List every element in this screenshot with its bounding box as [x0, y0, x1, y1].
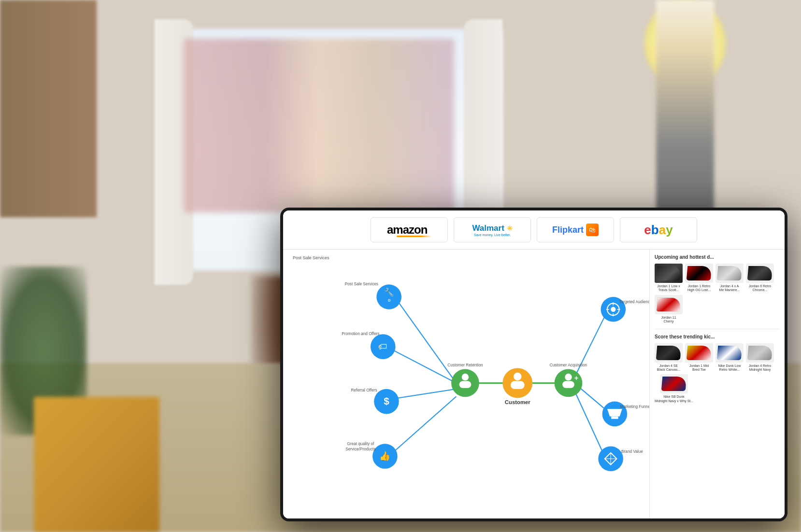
product-item-8[interactable]: Nike Dunk LowRetro White...	[715, 343, 744, 372]
product-label-6: Jordan 4 SEBlack Canvas...	[657, 364, 681, 372]
svg-text:Customer Acquisition: Customer Acquisition	[550, 363, 587, 367]
product-item-10[interactable]: Nike SB DunkMidnight Navy x Why St...	[655, 374, 693, 403]
product-image-3	[715, 264, 744, 283]
product-image-7	[685, 343, 713, 363]
product-label-8: Nike Dunk LowRetro White...	[718, 364, 741, 372]
flipkart-logo-box[interactable]: Flipkart 🛍	[537, 217, 614, 242]
ebay-logo-box[interactable]: ebay	[620, 217, 697, 242]
product-label-3: Jordan 4 x AMe Maniere...	[719, 284, 740, 293]
svg-text:🔧: 🔧	[384, 287, 394, 297]
svg-point-19	[462, 374, 469, 380]
room-lamp	[656, 0, 714, 241]
product-item-7[interactable]: Jordan 1 MidBred Toe	[685, 343, 713, 372]
flipkart-icon: 🛍	[586, 224, 599, 236]
product-image-6	[655, 343, 683, 363]
ebay-logo-text: ebay	[644, 223, 672, 238]
svg-line-8	[575, 392, 606, 459]
amazon-logo-text: amazon	[387, 223, 427, 237]
svg-text:Targeted Audience: Targeted Audience	[619, 300, 649, 304]
main-content: Post Sale Services	[283, 250, 785, 518]
amazon-arrow	[397, 236, 431, 237]
svg-line-3	[391, 396, 456, 454]
section-divider	[655, 329, 780, 329]
monitor-screen: amazon Walmart ✳ Save money. Live better…	[283, 210, 785, 518]
product-image-5	[655, 295, 683, 314]
monitor-frame: amazon Walmart ✳ Save money. Live better…	[280, 208, 787, 521]
room-boxes	[34, 397, 159, 532]
svg-text:Customer: Customer	[505, 399, 530, 405]
diagram-section: Post Sale Services	[283, 250, 649, 518]
score-products-grid: Jordan 4 SEBlack Canvas... Jordan 1 MidB…	[655, 343, 780, 404]
product-image-8	[715, 343, 744, 363]
room-clothing-rack	[184, 39, 454, 212]
svg-text:👍: 👍	[379, 450, 391, 462]
svg-text:+: +	[574, 374, 578, 382]
svg-text:Service/Products: Service/Products	[345, 447, 375, 451]
svg-text:Promotion and Offers: Promotion and Offers	[342, 332, 379, 336]
svg-point-23	[514, 373, 522, 381]
product-image-10	[660, 374, 688, 393]
product-label-9: Jordan 4 RetroMidnight Navy	[749, 364, 771, 372]
product-item-2[interactable]: Jordan 1 RetroHigh OG Lost...	[685, 264, 713, 293]
product-item-6[interactable]: Jordan 4 SEBlack Canvas...	[655, 343, 683, 372]
svg-point-26	[565, 374, 572, 380]
svg-line-0	[397, 299, 457, 383]
svg-text:Customer Retention: Customer Retention	[447, 363, 483, 367]
product-label-2: Jordan 1 RetroHigh OG Lost...	[687, 284, 711, 293]
svg-point-31	[611, 307, 615, 312]
amazon-logo-box[interactable]: amazon	[371, 217, 448, 242]
trending-title: Upcoming and hottest d...	[655, 254, 780, 260]
svg-text:Brand Value: Brand Value	[621, 449, 643, 454]
product-label-4: Jordan 6 RetroChrome...	[749, 284, 771, 293]
svg-text:🏷: 🏷	[378, 341, 387, 351]
svg-text:Great quality of: Great quality of	[347, 442, 374, 446]
product-item-3[interactable]: Jordan 4 x AMe Maniere...	[715, 264, 744, 293]
product-item-9[interactable]: Jordan 4 RetroMidnight Navy	[746, 343, 774, 372]
product-label-10: Nike SB DunkMidnight Navy x Why St...	[655, 395, 693, 403]
svg-text:Marketing Funnel: Marketing Funnel	[620, 405, 649, 409]
product-label-7: Jordan 1 MidBred Toe	[689, 364, 709, 372]
room-shelf	[0, 0, 97, 217]
logos-bar: amazon Walmart ✳ Save money. Live better…	[283, 210, 785, 250]
product-image-4	[746, 264, 774, 283]
svg-text:$: $	[384, 395, 389, 406]
walmart-logo-box[interactable]: Walmart ✳ Save money. Live better.	[454, 217, 531, 242]
svg-line-1	[386, 347, 456, 383]
svg-text:Post Sale Services: Post Sale Services	[345, 282, 378, 286]
product-image-2	[685, 264, 713, 283]
trending-products-grid: Jordan 1 Low xTravis Scott... Jordan 1 R…	[655, 264, 780, 324]
walmart-subtitle: Save money. Live better.	[474, 233, 511, 237]
mind-map-svg: 🔧 ⚙ 🏷 $ 👍	[283, 250, 649, 518]
product-image-1	[655, 264, 683, 283]
flipkart-logo-text: Flipkart	[552, 225, 584, 235]
svg-rect-27	[562, 381, 574, 388]
product-image-9	[746, 343, 774, 363]
walmart-logo-text: Walmart ✳	[472, 224, 512, 233]
product-label-1: Jordan 1 Low xTravis Scott...	[657, 284, 680, 293]
svg-text:⚙: ⚙	[387, 298, 391, 303]
svg-rect-24	[511, 381, 525, 389]
svg-marker-37	[607, 409, 622, 416]
product-item-1[interactable]: Jordan 1 Low xTravis Scott...	[655, 264, 683, 293]
svg-line-2	[391, 389, 456, 399]
product-item-5[interactable]: Jordan 11Cherry	[655, 295, 683, 324]
score-title: Score these trending kic...	[655, 334, 780, 339]
svg-rect-38	[611, 417, 618, 419]
svg-rect-20	[459, 381, 472, 388]
product-label-5: Jordan 11Cherry	[661, 316, 676, 324]
right-sidebar: Upcoming and hottest d... Jordan 1 Low x…	[649, 250, 785, 518]
product-item-4[interactable]: Jordan 6 RetroChrome...	[746, 264, 774, 293]
svg-text:Referral Offers: Referral Offers	[351, 388, 377, 392]
